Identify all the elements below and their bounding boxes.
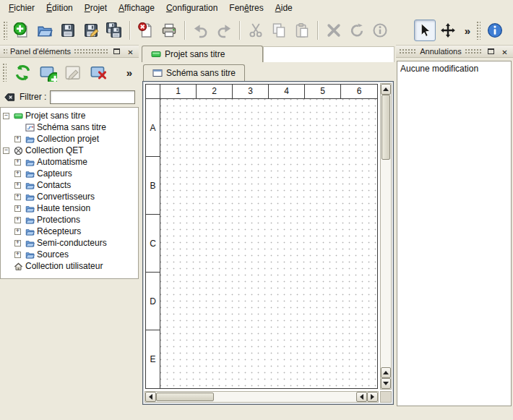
scroll-left-button[interactable] [145,392,156,402]
menu-item-projet[interactable]: Projet [79,1,113,15]
vertical-scrollbar[interactable] [380,83,392,390]
clear-filter-icon[interactable] [4,92,16,103]
tree-item-semi-conducteurs[interactable]: Semi-conducteurs [1,237,138,249]
dock-grip[interactable] [3,48,7,54]
tree-item-haute-tension[interactable]: Haute tension [1,202,138,214]
expand-icon[interactable] [14,171,21,177]
expand-icon[interactable] [14,217,21,223]
float-icon [113,48,120,54]
dock-grip[interactable] [74,48,108,54]
save-as-button[interactable] [80,20,102,41]
expand-icon[interactable] [14,205,21,212]
menu-item-aide[interactable]: Aide [270,1,298,15]
delete-element-button[interactable] [87,61,110,84]
open-button[interactable] [34,20,56,41]
tree-item-collection-qet[interactable]: Collection QET [1,145,138,156]
redo-button[interactable] [213,20,235,41]
close-file-button[interactable] [135,20,157,41]
overflow-chevron-icon [465,25,470,37]
dock-close-button[interactable] [499,46,510,56]
vertical-scroll-track[interactable] [381,160,391,367]
folder-icon [25,227,35,236]
element-info-button[interactable] [369,20,391,41]
scroll-down-button[interactable] [381,378,391,389]
expand-icon[interactable] [14,136,21,142]
horizontal-scroll-thumb[interactable] [156,393,214,401]
filter-label: Filtrer : [20,92,46,102]
reload-collections-button[interactable] [11,61,34,84]
edit-element-button[interactable] [61,61,85,84]
tree-item-recepteurs[interactable]: Récepteurs [1,226,138,237]
scroll-up-button[interactable] [381,367,391,378]
toolbar-drag-handle[interactable] [476,21,480,40]
new-document-button[interactable] [11,20,33,41]
tree-item-contacts[interactable]: Contacts [1,179,138,191]
scroll-right-button[interactable] [367,392,378,402]
expand-icon[interactable] [14,159,21,166]
horizontal-scroll-track[interactable] [214,392,356,402]
delete-button[interactable] [323,20,345,41]
menu-item-affichage[interactable]: Affichage [113,1,160,15]
tree-item-collection-projet[interactable]: Collection projet [1,133,138,145]
workspace: Projet sans titre Schéma sans titre 1 2 … [139,45,396,407]
rotate-button[interactable] [346,20,368,41]
vertical-scroll-thumb[interactable] [381,95,390,160]
tree-item-sources[interactable]: Sources [1,249,138,260]
expand-icon[interactable] [14,240,21,247]
about-qet-button[interactable] [484,20,506,41]
edit-element-icon [64,64,82,82]
undo-dock-titlebar[interactable]: Annulations [396,45,513,58]
folder-icon [25,169,35,179]
new-element-button[interactable] [36,61,59,84]
tab-projet-sans-titre[interactable]: Projet sans titre [142,46,263,62]
redo-icon [216,22,232,38]
tree-item-capteurs[interactable]: Capteurs [1,168,138,179]
tree-item-schema-sans-titre[interactable]: Schéma sans titre [1,121,138,133]
toolbar-drag-handle[interactable] [2,63,7,82]
paste-button[interactable] [291,20,313,41]
select-tool-button[interactable] [414,20,436,41]
tree-item-collection-utilisateur[interactable]: Collection utilisateur [1,260,138,272]
filter-input[interactable] [50,90,135,104]
dock-grip[interactable] [399,48,417,54]
save-as-icon [83,22,99,38]
collapse-icon[interactable] [3,113,9,119]
tab-schema-sans-titre[interactable]: Schéma sans titre [143,64,245,81]
dock-close-button[interactable] [125,46,136,56]
print-button[interactable] [158,20,180,41]
panel-overflow-button[interactable] [122,61,137,83]
expand-icon[interactable] [14,252,21,258]
cut-button[interactable] [245,20,267,41]
menu-item-fenetres[interactable]: Fenêtres [223,1,269,15]
scroll-left-button[interactable] [356,392,367,402]
dock-float-button[interactable] [111,46,122,56]
undo-button[interactable] [190,20,212,41]
dock-float-button[interactable] [486,46,496,56]
toolbar-drag-handle[interactable] [3,21,7,40]
dock-grip[interactable] [465,48,483,54]
save-button[interactable] [57,20,79,41]
folder-icon [25,181,35,190]
menu-item-fichier[interactable]: Fichier [3,1,40,15]
expand-icon[interactable] [14,228,21,235]
tree-item-projet-sans-titre[interactable]: Projet sans titre [1,110,138,121]
menu-item-edition[interactable]: Édition [40,1,79,15]
scroll-up-button[interactable] [381,84,391,95]
save-all-button[interactable] [103,20,125,41]
horizontal-scrollbar[interactable] [145,391,379,403]
menu-item-configuration[interactable]: Configuration [160,1,223,15]
elements-panel-titlebar[interactable]: Panel d'éléments [0,45,139,58]
expand-icon[interactable] [14,182,21,189]
collapse-icon[interactable] [3,147,9,154]
tree-item-protections[interactable]: Protections [1,214,138,226]
copy-button[interactable] [268,20,290,41]
tree-item-automatisme[interactable]: Automatisme [1,156,138,168]
delete-icon [326,22,342,38]
move-tool-button[interactable] [437,20,459,41]
about-info-icon [487,22,503,38]
schema-canvas[interactable] [160,99,377,388]
expand-icon[interactable] [14,194,21,200]
tree-item-convertisseurs[interactable]: Convertisseurs [1,191,138,202]
undo-list[interactable]: Aucune modification [397,61,512,406]
toolbar-overflow-button[interactable] [460,20,475,41]
